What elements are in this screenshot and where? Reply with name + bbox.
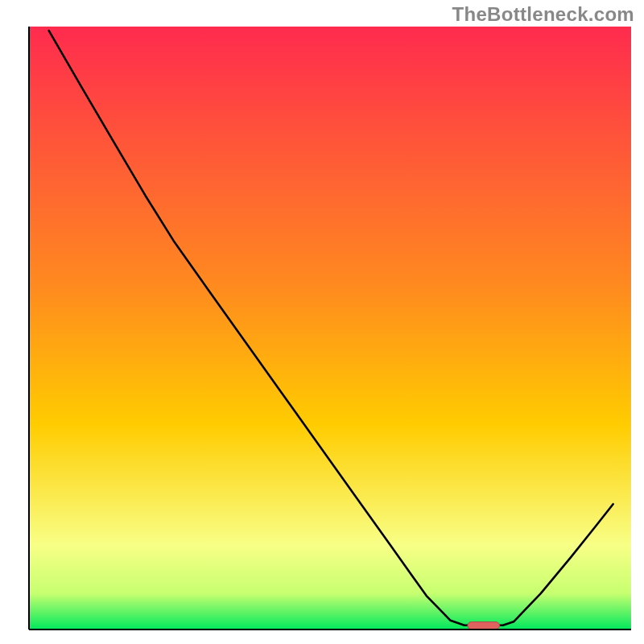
chart-container: TheBottleneck.com [0,0,644,644]
chart-svg [0,0,644,644]
minimum-marker [468,622,500,630]
plot-background [29,27,631,630]
